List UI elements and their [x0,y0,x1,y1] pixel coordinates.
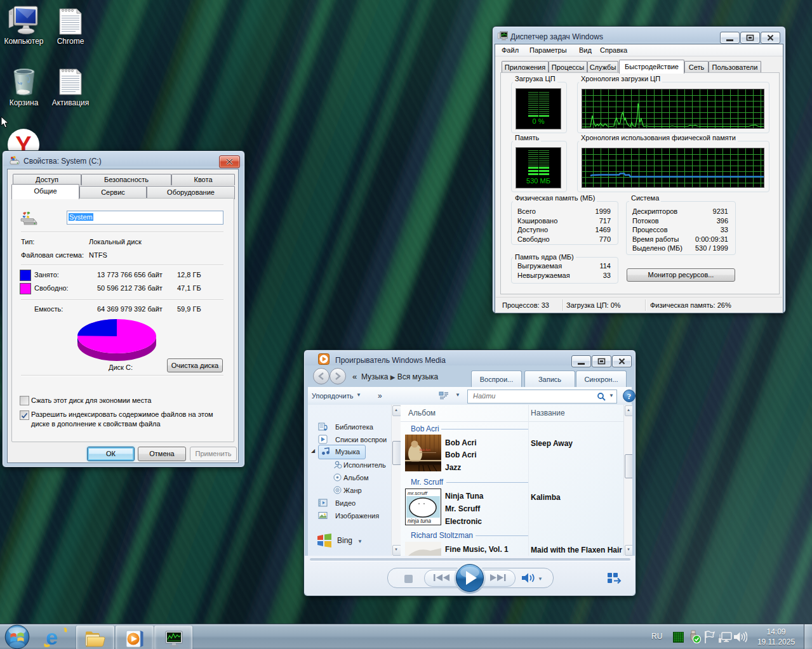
svg-text:Bob Acri: Bob Acri [420,449,430,452]
svg-text:mr.scruff: mr.scruff [408,490,428,496]
svg-text:ninja tuna: ninja tuna [408,518,431,524]
svg-text:?: ? [627,391,632,401]
svg-text:e: e [46,626,58,648]
svg-text:Y: Y [15,132,31,150]
